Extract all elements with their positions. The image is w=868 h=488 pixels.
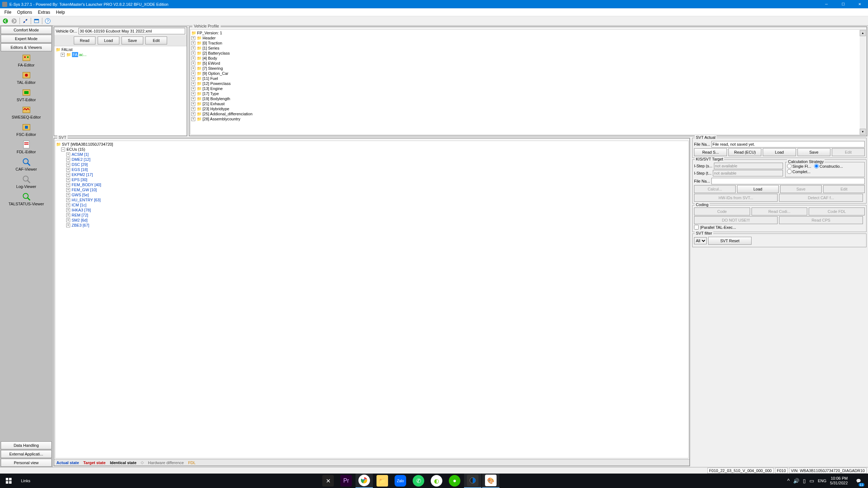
svt-root[interactable]: SVT [WBA3B11050J734720] [62, 142, 113, 147]
ecu-item[interactable]: +SM2 [6d] [56, 218, 688, 223]
radio-single[interactable] [787, 164, 792, 168]
vo-edit-button[interactable]: Edit [145, 37, 167, 44]
ecu-item[interactable]: +DME2 [12] [56, 157, 688, 162]
side-external-app[interactable]: External Applicati... [1, 450, 52, 458]
ecu-item[interactable]: +ACSM [1] [56, 152, 688, 157]
taskbar-app-esys[interactable] [464, 474, 481, 488]
vp-tree-item[interactable]: +📁[12] Powerclass [191, 81, 865, 86]
vo-save-button[interactable]: Save [122, 37, 143, 44]
taskbar-app-premiere[interactable]: Pr [337, 474, 355, 488]
radio-complete[interactable] [787, 169, 792, 174]
vo-load-button[interactable]: Load [98, 37, 119, 44]
vp-tree-item[interactable]: +📁[17] Type [191, 91, 865, 96]
ecu-item[interactable]: +ICM [1c] [56, 202, 688, 207]
parallel-checkbox[interactable] [694, 225, 699, 230]
tray-battery-icon[interactable]: ▭ [809, 478, 814, 484]
taskbar-app-zalo[interactable]: Zalo [392, 474, 409, 488]
help-icon[interactable]: ? [44, 17, 52, 25]
forward-icon[interactable] [10, 17, 18, 25]
expand-icon[interactable]: + [191, 61, 195, 65]
ecu-item[interactable]: +FEM_GW [10] [56, 187, 688, 192]
tool-log-viewer[interactable]: Log-Viewer [0, 173, 52, 191]
ecu-item[interactable]: +GWS [5e] [56, 192, 688, 197]
tool-fdl-editor[interactable]: FDL-Editor [0, 138, 52, 156]
vp-tree[interactable]: 📁FP_Version: 1+📁Header+📁[0] Traction+📁[1… [190, 29, 866, 135]
expand-icon[interactable]: + [191, 72, 195, 76]
expand-icon[interactable]: + [66, 158, 70, 162]
tool-fa-editor[interactable]: FA-Editor [0, 52, 52, 69]
mode-expert[interactable]: Expert Mode [1, 35, 52, 43]
svt-ecus-node[interactable]: ECUs (15) [67, 147, 85, 152]
taskbar-app-wechat[interactable]: ● [446, 474, 463, 488]
svt-filter-select[interactable]: All [694, 237, 707, 244]
vo-read-button[interactable]: Read [74, 37, 95, 44]
tool-fsc-editor[interactable]: FSC-Editor [0, 121, 52, 138]
expand-icon[interactable]: + [191, 117, 195, 121]
ecu-item[interactable]: +FEM_BODY [40] [56, 182, 688, 187]
ecu-item[interactable]: +DSC [29] [56, 162, 688, 167]
start-button[interactable] [0, 474, 17, 488]
taskbar-search[interactable]: Links [17, 479, 34, 483]
expand-icon[interactable]: + [66, 183, 70, 187]
taskbar-app-paint[interactable]: 🎨 [482, 474, 499, 488]
tray-clock[interactable]: 10:06 PM 5/31/2022 [830, 476, 848, 485]
mode-comfort[interactable]: Comfort Mode [1, 26, 52, 34]
expand-icon[interactable]: + [66, 203, 70, 207]
vp-tree-item[interactable]: +📁[23] Hybridtype [191, 106, 865, 111]
ecu-item[interactable]: +EGS [18] [56, 167, 688, 172]
taskbar-app-explorer[interactable]: 📁 [374, 474, 391, 488]
mode-editors[interactable]: Editors & Viewers [1, 43, 52, 51]
vp-tree-item[interactable]: +📁[7] Steering [191, 66, 865, 71]
side-data-handling[interactable]: Data Handling [1, 441, 52, 449]
taskbar-app-whatsapp[interactable]: ✆ [410, 474, 427, 488]
radio-construct[interactable] [814, 164, 819, 168]
connect-icon[interactable] [21, 17, 29, 25]
menu-help[interactable]: Help [53, 9, 68, 16]
svt-actual-save-button[interactable]: Save [797, 148, 830, 156]
svt-reset-button[interactable]: SVT Reset [708, 237, 752, 245]
tray-chevron-icon[interactable]: ^ [787, 478, 790, 484]
tree-node-selected[interactable]: FA [72, 52, 78, 57]
vp-tree-item[interactable]: +📁Header [191, 35, 865, 40]
expand-icon[interactable]: + [191, 56, 195, 60]
vp-tree-item[interactable]: +📁[13] Engine [191, 86, 865, 91]
expand-icon[interactable]: + [191, 112, 195, 116]
ecu-item[interactable]: +IHKA3 [78] [56, 207, 688, 213]
tool-talstatus-viewer[interactable]: TALSTATUS-Viewer [0, 191, 52, 208]
read-s-button[interactable]: Read S... [694, 148, 727, 156]
vp-tree-item[interactable]: +📁[19] Bodylength [191, 96, 865, 101]
ecu-item[interactable]: +EKPM2 [17] [56, 172, 688, 177]
expand-icon[interactable]: + [61, 53, 65, 57]
expand-icon[interactable]: + [191, 82, 195, 86]
tool-svt-editor[interactable]: SVT-Editor [0, 86, 52, 104]
expand-icon[interactable]: + [66, 223, 70, 227]
vp-tree-item[interactable]: +📁[11] Fuel [191, 76, 865, 81]
window-icon[interactable] [33, 17, 41, 25]
expand-icon[interactable]: + [191, 102, 195, 106]
scroll-down-icon[interactable]: ▼ [860, 129, 866, 135]
vp-tree-item[interactable]: +📁[9] Option_Car [191, 71, 865, 76]
side-personal-view[interactable]: Personal view [1, 459, 52, 467]
taskbar-app-xsplit[interactable]: ✕ [319, 474, 337, 488]
ecu-item[interactable]: +ZBE3 [67] [56, 223, 688, 228]
expand-icon[interactable]: + [66, 168, 70, 172]
expand-icon[interactable]: + [191, 36, 195, 40]
vp-tree-item[interactable]: +📁[5] EWord [191, 61, 865, 66]
menu-file[interactable]: File [1, 9, 14, 16]
expand-icon[interactable]: + [66, 178, 70, 182]
expand-icon[interactable]: + [66, 198, 70, 202]
tray-notifications-icon[interactable]: 💬11 [851, 474, 866, 488]
menu-options[interactable]: Options [14, 9, 35, 16]
maximize-button[interactable]: ☐ [835, 0, 851, 8]
taskbar-app-chrome[interactable] [356, 474, 373, 488]
tree-node[interactable]: FAList [61, 47, 73, 52]
ecu-item[interactable]: +EPS [30] [56, 177, 688, 182]
expand-icon[interactable]: + [66, 193, 70, 197]
close-button[interactable]: ✕ [851, 0, 868, 8]
scroll-up-icon[interactable]: ▲ [860, 30, 866, 36]
read-ecu-button[interactable]: Read (ECU) [728, 148, 761, 156]
expand-icon[interactable]: + [191, 77, 195, 81]
tool-tal-editor[interactable]: TAL-Editor [0, 69, 52, 86]
expand-icon[interactable]: + [191, 41, 195, 45]
svt-tree[interactable]: 📁SVT [WBA3B11050J734720] −ECUs (15) +ACS… [55, 141, 689, 458]
